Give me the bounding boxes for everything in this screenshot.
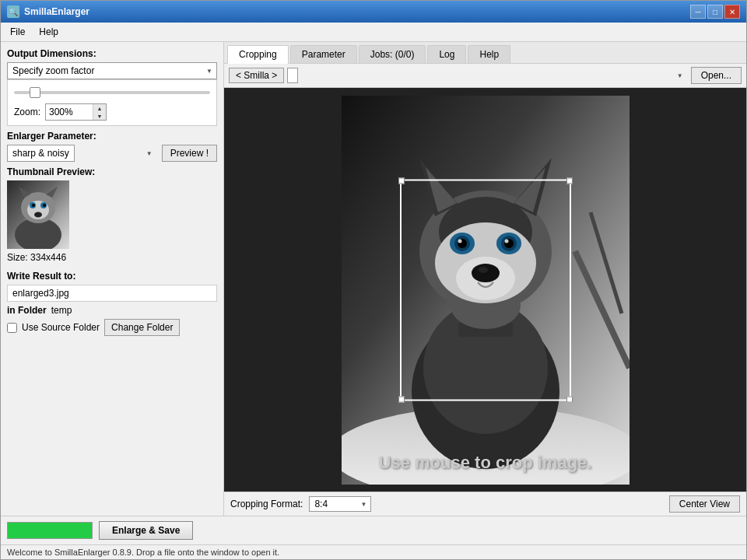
zoom-spinner: ▲ ▼ <box>93 104 106 120</box>
zoom-container: Zoom: ▲ ▼ <box>7 79 217 126</box>
zoom-input-wrapper: ▲ ▼ <box>45 103 107 121</box>
tab-log[interactable]: Log <box>427 45 466 63</box>
zoom-label: Zoom: <box>14 107 40 117</box>
thumbnail-box <box>7 180 69 249</box>
use-source-folder-checkbox[interactable] <box>7 323 17 333</box>
open-button[interactable]: Open... <box>691 67 742 84</box>
change-folder-button[interactable]: Change Folder <box>104 319 180 336</box>
zoom-slider-track <box>14 91 210 94</box>
path-dropdown[interactable] <box>287 68 298 83</box>
output-dimensions-label: Output Dimensions: <box>7 48 217 59</box>
minimize-button[interactable]: ─ <box>690 5 706 19</box>
enlarger-row: sharp & noisy Preview ! <box>7 145 217 162</box>
tab-cropping[interactable]: Cropping <box>227 45 289 64</box>
folder-value: temp <box>51 305 72 316</box>
in-folder-label: in Folder <box>7 305 47 316</box>
main-window: 🔍 SmillaEnlarger ─ □ ✕ File Help Output … <box>0 0 747 560</box>
folder-row: in Folder temp <box>7 305 217 316</box>
use-source-folder-label: Use Source Folder <box>22 322 100 333</box>
zoom-mode-dropdown[interactable]: Specify zoom factor <box>7 62 217 79</box>
enlarger-label: Enlarger Parameter: <box>7 131 217 142</box>
crop-handle-bl[interactable] <box>398 396 405 402</box>
bottom-bar: Cropping Format: 8:4 Center View <box>224 492 746 516</box>
zoom-row: Zoom: ▲ ▼ <box>14 103 210 121</box>
enlarger-dropdown-wrap: sharp & noisy <box>7 145 157 162</box>
path-bar: < Smilla > Open... <box>224 64 746 88</box>
svg-point-8 <box>32 204 35 207</box>
progress-fill <box>8 523 92 538</box>
size-value: 334x446 <box>30 252 66 263</box>
zoom-up-button[interactable]: ▲ <box>93 104 106 112</box>
menu-help[interactable]: Help <box>33 24 65 40</box>
progress-bar <box>7 522 93 539</box>
write-label: Write Result to: <box>7 271 217 282</box>
path-back-button[interactable]: < Smilla > <box>229 68 284 83</box>
crop-handle-tr[interactable] <box>566 177 573 184</box>
right-panel: Cropping Parameter Jobs: (0/0) Log Help … <box>224 42 746 516</box>
crop-box[interactable] <box>400 179 571 401</box>
close-button[interactable]: ✕ <box>724 5 740 19</box>
zoom-slider-thumb[interactable] <box>30 87 40 98</box>
format-dropdown[interactable]: 8:4 <box>309 496 371 512</box>
checkbox-row: Use Source Folder Change Folder <box>7 319 217 336</box>
size-label: Size: <box>7 252 28 263</box>
output-dimensions-section: Output Dimensions: Specify zoom factor Z… <box>7 48 217 126</box>
crop-handle-tl[interactable] <box>398 177 405 184</box>
menu-file[interactable]: File <box>4 24 31 40</box>
title-bar: 🔍 SmillaEnlarger ─ □ ✕ <box>1 1 746 23</box>
svg-point-10 <box>34 212 42 218</box>
action-bar: Enlarge & Save <box>1 516 746 544</box>
left-panel: Output Dimensions: Specify zoom factor Z… <box>1 42 224 516</box>
maximize-button[interactable]: □ <box>707 5 723 19</box>
crop-handle-br[interactable] <box>566 396 573 402</box>
title-bar-title: SmillaEnlarger <box>24 6 89 17</box>
filename-input[interactable] <box>7 285 217 302</box>
menu-bar: File Help <box>1 23 746 42</box>
tab-jobs[interactable]: Jobs: (0/0) <box>359 45 426 63</box>
image-area[interactable]: Drop images here! <box>224 88 746 492</box>
enlarger-section: Enlarger Parameter: sharp & noisy Previe… <box>7 131 217 162</box>
window-controls: ─ □ ✕ <box>690 5 740 19</box>
tab-help[interactable]: Help <box>468 45 510 63</box>
zoom-input[interactable] <box>46 105 93 119</box>
svg-point-9 <box>43 204 46 207</box>
status-text: Welcome to SmillaEnlarger 0.8.9. Drop a … <box>7 548 279 557</box>
tab-parameter[interactable]: Parameter <box>290 45 357 63</box>
enlarge-save-button[interactable]: Enlarge & Save <box>99 521 193 540</box>
thumbnail-label: Thumbnail Preview: <box>7 166 217 177</box>
tabs-bar: Cropping Parameter Jobs: (0/0) Log Help <box>224 42 746 64</box>
enlarger-preset-dropdown[interactable]: sharp & noisy <box>7 145 75 162</box>
title-bar-left: 🔍 SmillaEnlarger <box>7 5 89 18</box>
thumbnail-image <box>7 180 69 249</box>
zoom-down-button[interactable]: ▼ <box>93 112 106 120</box>
thumbnail-section: Thumbnail Preview: <box>7 166 217 263</box>
main-content: Output Dimensions: Specify zoom factor Z… <box>1 42 746 516</box>
preview-button[interactable]: Preview ! <box>162 145 217 162</box>
app-icon: 🔍 <box>7 5 19 18</box>
size-text: Size: 334x446 <box>7 252 217 263</box>
crop-hint: Use mouse to crop image. <box>379 453 592 473</box>
cropping-format-label: Cropping Format: <box>230 499 303 509</box>
status-bar: Welcome to SmillaEnlarger 0.8.9. Drop a … <box>1 544 746 559</box>
format-dropdown-wrapper: 8:4 <box>309 496 371 512</box>
path-dropdown-wrapper <box>287 68 687 83</box>
write-section: Write Result to: in Folder temp Use Sour… <box>7 271 217 336</box>
center-view-button[interactable]: Center View <box>669 495 740 513</box>
zoom-dropdown-wrapper: Specify zoom factor <box>7 62 217 79</box>
